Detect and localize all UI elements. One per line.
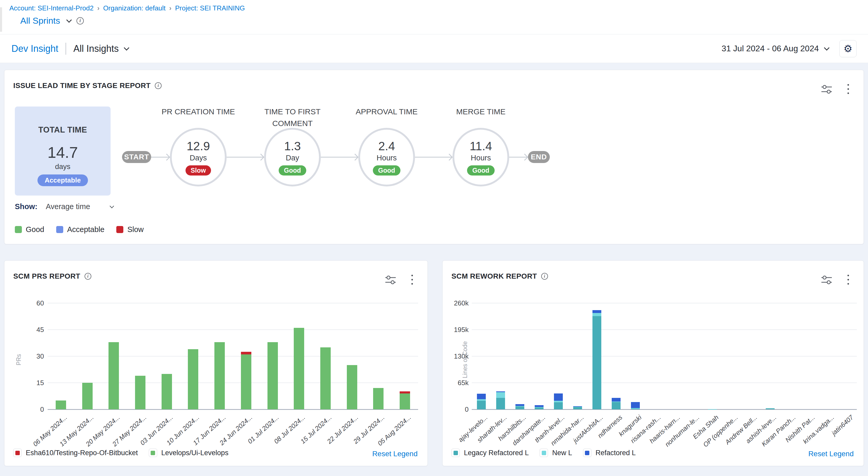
stage-approval-time[interactable]: APPROVAL TIME 2.4 Hours Good xyxy=(358,128,415,186)
date-range-picker[interactable]: 31 Jul 2024 - 06 Aug 2024 xyxy=(721,44,828,53)
bar-segment xyxy=(516,406,524,407)
y-axis-tick-label: 0 xyxy=(13,406,44,414)
gridline xyxy=(472,303,857,303)
stage-unit: Day xyxy=(286,154,299,162)
bar-segment xyxy=(592,313,601,317)
flow-arrow xyxy=(415,154,453,160)
stage-circle[interactable]: 2.4 Hours Good xyxy=(358,128,415,186)
legend-checkbox[interactable] xyxy=(13,449,22,457)
bar-segment xyxy=(477,401,486,409)
scm-rework-report-panel: SCM REWORK REPORT i 065k130k195k260kLine… xyxy=(442,260,864,466)
legend-item-slow: Slow xyxy=(116,225,144,234)
bar-segment xyxy=(477,399,486,401)
legend-item-esha610-repo[interactable]: Esha610/Testing-Repo-Of-Bitbucket xyxy=(13,449,138,457)
legend-checkbox[interactable] xyxy=(452,449,460,457)
stage-value: 1.3 xyxy=(284,139,301,153)
legend-item-new-lines[interactable]: New L xyxy=(540,449,572,457)
stage-circle[interactable]: 11.4 Hours Good xyxy=(453,128,509,186)
x-axis-label: nmahida-har... xyxy=(549,414,585,447)
stage-circle[interactable]: 1.3 Day Good xyxy=(264,128,321,186)
sprint-selector[interactable]: All Sprints i xyxy=(20,16,84,26)
y-axis-tick-label: 195k xyxy=(437,326,469,334)
bar-segment xyxy=(592,316,601,409)
chevron-down-icon xyxy=(824,45,830,51)
legend-label: Legacy Refactored L xyxy=(464,449,529,457)
rework-bar-chart: 065k130k195k260kLines of Codeajay-levelo… xyxy=(442,261,864,466)
breadcrumb-separator: › xyxy=(169,4,172,12)
legend-label: Acceptable xyxy=(67,225,104,234)
lead-time-legend: Good Acceptable Slow xyxy=(15,225,144,234)
filter-settings-icon[interactable] xyxy=(821,84,832,94)
flow-arrow xyxy=(227,154,264,160)
bar-segment xyxy=(108,342,119,409)
breadcrumb-organization-link[interactable]: Organization: default xyxy=(103,4,165,12)
insight-header: Dev Insight All Insights 31 Jul 2024 - 0… xyxy=(0,34,868,63)
stage-name: PR CREATION TIME xyxy=(159,106,237,117)
bar-segment xyxy=(400,393,410,409)
date-range-label: 31 Jul 2024 - 06 Aug 2024 xyxy=(721,44,819,53)
bar-segment xyxy=(631,402,640,408)
dev-insight-link[interactable]: Dev Insight xyxy=(11,43,58,54)
total-time-card: TOTAL TIME 14.7 days Acceptable xyxy=(15,107,111,196)
bar-segment xyxy=(56,400,66,409)
legend-checkbox[interactable] xyxy=(540,449,548,457)
legend-label: New L xyxy=(552,449,572,457)
bar-segment xyxy=(496,391,505,392)
legend-checkbox[interactable] xyxy=(583,449,591,457)
bar-segment xyxy=(135,376,146,409)
bar-segment xyxy=(612,401,621,402)
reset-legend-link[interactable]: Reset Legend xyxy=(808,450,854,458)
kebab-menu-icon[interactable] xyxy=(846,84,850,94)
legend-swatch xyxy=(116,226,123,233)
flow-arrow xyxy=(321,154,358,160)
legend-label: Good xyxy=(26,225,44,234)
legend-checkbox[interactable] xyxy=(149,449,157,457)
gridline xyxy=(48,329,418,330)
bar-segment xyxy=(554,401,563,402)
show-label: Show: xyxy=(15,202,37,211)
bar-segment xyxy=(535,408,544,409)
legend-item-refactored-lines[interactable]: Refactored L xyxy=(583,449,636,457)
gridline xyxy=(48,409,418,410)
info-icon[interactable]: i xyxy=(155,82,162,89)
bar-segment xyxy=(554,402,563,409)
bar-segment xyxy=(373,388,383,409)
reset-legend-link[interactable]: Reset Legend xyxy=(372,450,417,458)
prs-chart-legend: Esha610/Testing-Repo-Of-Bitbucket Levelo… xyxy=(13,449,228,457)
stage-circle[interactable]: 12.9 Days Slow xyxy=(170,128,227,186)
legend-item-legacy-refactored[interactable]: Legacy Refactored L xyxy=(452,449,529,457)
stage-name: MERGE TIME xyxy=(442,106,520,117)
gridline xyxy=(472,329,857,330)
stage-time-to-first-comment[interactable]: TIME TO FIRST COMMENT 1.3 Day Good xyxy=(264,128,321,186)
gridline xyxy=(48,303,418,303)
x-axis-label: darshanpate... xyxy=(511,414,547,447)
chevron-down-icon[interactable] xyxy=(110,204,114,208)
y-axis-title: PRs xyxy=(16,354,22,365)
legend-item-levelops-ui[interactable]: Levelops/Ui-Levelops xyxy=(149,449,228,457)
prs-bar-chart: 015304560PRs06 May 2024...13 May 2024...… xyxy=(4,261,428,466)
stage-merge-time[interactable]: MERGE TIME 11.4 Hours Good xyxy=(453,128,509,186)
show-dropdown[interactable]: Average time xyxy=(46,202,90,211)
y-axis-tick-label: 260k xyxy=(437,299,469,307)
bar-segment xyxy=(631,409,640,409)
info-icon[interactable]: i xyxy=(76,17,84,25)
flow-arrow xyxy=(509,154,528,160)
all-insights-dropdown[interactable]: All Insights xyxy=(73,43,128,54)
bar-segment xyxy=(516,407,524,409)
bar-segment xyxy=(320,347,331,409)
y-axis-tick-label: 65k xyxy=(437,379,469,387)
sprint-selector-label[interactable]: All Sprints xyxy=(20,16,60,26)
breadcrumb-account-link[interactable]: Account: SEI-Internal-Prod2 xyxy=(9,4,94,12)
breadcrumb-project-link[interactable]: Project: SEI TRAINING xyxy=(175,4,245,12)
stage-unit: Days xyxy=(190,154,207,162)
settings-button[interactable]: ⚙ xyxy=(839,40,857,57)
bar-segment xyxy=(573,406,582,407)
stage-pr-creation-time[interactable]: PR CREATION TIME 12.9 Days Slow xyxy=(170,128,227,186)
top-bar: Account: SEI-Internal-Prod2 › Organizati… xyxy=(0,0,868,34)
bar-segment xyxy=(535,407,544,408)
chevron-down-icon[interactable] xyxy=(66,17,72,23)
bar-segment xyxy=(535,405,544,407)
bar-segment xyxy=(631,408,640,409)
legend-label: Levelops/Ui-Levelops xyxy=(161,449,228,457)
bar-segment xyxy=(241,352,251,354)
